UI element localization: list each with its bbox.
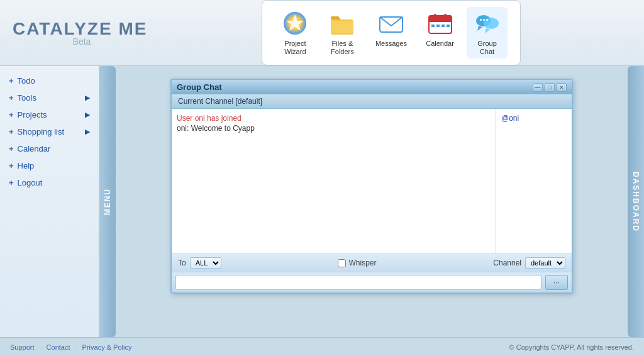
sidebar-item-tools-label: Tools <box>18 93 36 103</box>
nav-project-wizard-label: ProjectWizard <box>284 40 306 56</box>
footer-contact-link[interactable]: Contact <box>47 343 70 351</box>
chat-message-text: oni: Welcome to Cyapp <box>177 124 491 133</box>
calendar-plus-icon: + <box>9 144 14 153</box>
projects-arrow-icon: ▶ <box>85 111 90 119</box>
footer-links: Support · Contact · Privacy & Policy <box>10 343 131 351</box>
header: CATALYZE ME Beta ProjectWiz <box>0 0 644 66</box>
svg-rect-22 <box>486 19 488 21</box>
sidebar-item-tools[interactable]: + Tools ▶ <box>0 89 99 106</box>
svg-rect-15 <box>447 25 450 27</box>
footer-support-link[interactable]: Support <box>10 343 35 351</box>
sidebar-item-todo[interactable]: + Todo <box>0 72 99 89</box>
chat-to-select[interactable]: ALL <box>190 257 221 269</box>
nav-group-chat-label: GroupChat <box>477 40 497 56</box>
sidebar-item-projects[interactable]: + Projects ▶ <box>0 106 99 123</box>
chat-close-btn[interactable]: × <box>557 83 567 92</box>
dashboard-tab-label: DASHBOARD <box>631 172 640 232</box>
svg-rect-14 <box>441 25 445 27</box>
svg-point-18 <box>484 18 499 29</box>
chat-to-label: To <box>178 259 186 267</box>
nav-icons: ProjectWizard Files &Folders <box>262 0 521 65</box>
sidebar-item-projects-label: Projects <box>18 110 47 120</box>
sidebar-item-calendar-label: Calendar <box>18 144 51 153</box>
main-area: + Todo + Tools ▶ + Projects ▶ + Shopping… <box>0 66 644 337</box>
chat-input-field[interactable] <box>175 275 541 290</box>
chat-input-bar: ··· <box>172 272 572 292</box>
nav-project-wizard[interactable]: ProjectWizard <box>275 7 316 58</box>
sidebar-item-shopping-list[interactable]: + Shopping list ▶ <box>0 123 99 140</box>
calendar-icon <box>426 9 454 37</box>
todo-plus-icon: + <box>9 76 14 86</box>
tools-plus-icon: + <box>9 93 14 103</box>
logout-plus-icon: + <box>9 178 14 187</box>
nav-files-folders-label: Files &Folders <box>331 40 354 56</box>
help-plus-icon: + <box>9 161 14 170</box>
menu-tab-label: MENU <box>103 188 112 215</box>
chat-whisper-checkbox[interactable] <box>338 259 346 267</box>
footer-copyright: © Copyrights CYAPP, All rights reserved. <box>509 343 634 351</box>
svg-rect-13 <box>436 25 440 27</box>
nav-files-folders[interactable]: Files &Folders <box>322 7 363 58</box>
chat-whisper-area: Whisper <box>338 259 376 267</box>
chat-window-title: Group Chat <box>177 82 222 92</box>
chat-body: User oni has joined oni: Welcome to Cyap… <box>172 109 572 253</box>
nav-group-chat[interactable]: GroupChat <box>467 7 508 58</box>
chat-titlebar: Group Chat — □ × <box>172 80 572 94</box>
right-dashboard-tab[interactable]: DASHBOARD <box>628 66 644 337</box>
sidebar-item-shopping-label: Shopping list <box>18 127 64 136</box>
project-wizard-icon <box>281 9 309 37</box>
svg-rect-21 <box>483 19 485 21</box>
chat-options-bar: To ALL Whisper Channel default <box>172 254 572 272</box>
chat-whisper-label: Whisper <box>348 259 376 267</box>
svg-rect-12 <box>431 25 435 27</box>
footer: Support · Contact · Privacy & Policy © C… <box>0 337 644 356</box>
chat-channel-select[interactable]: default <box>525 257 565 269</box>
nav-calendar[interactable]: Calendar <box>419 7 460 58</box>
chat-window: Group Chat — □ × Current Channel [defaul… <box>170 79 573 294</box>
svg-rect-11 <box>444 14 447 19</box>
sidebar-item-logout-label: Logout <box>18 178 43 187</box>
chat-controls: — □ × <box>533 83 567 92</box>
chat-bottom: To ALL Whisper Channel default <box>172 253 572 292</box>
footer-privacy-link[interactable]: Privacy & Policy <box>82 343 132 351</box>
chat-maximize-btn[interactable]: □ <box>545 83 555 92</box>
left-sidebar: + Todo + Tools ▶ + Projects ▶ + Shopping… <box>0 66 99 337</box>
chat-channel-label: Channel <box>493 259 521 267</box>
sidebar-item-calendar[interactable]: + Calendar <box>0 140 99 157</box>
group-chat-icon <box>474 9 501 37</box>
sidebar-item-help-label: Help <box>18 161 35 170</box>
messages-icon <box>377 9 405 37</box>
svg-rect-9 <box>429 19 452 22</box>
files-folders-icon <box>328 9 356 37</box>
logo-area: CATALYZE ME Beta <box>13 19 151 47</box>
shopping-arrow-icon: ▶ <box>85 128 90 136</box>
center-content: Group Chat — □ × Current Channel [defaul… <box>116 66 628 337</box>
chat-channel-area: Channel default <box>493 257 565 269</box>
chat-messages: User oni has joined oni: Welcome to Cyap… <box>172 109 496 253</box>
svg-marker-17 <box>477 26 482 31</box>
chat-minimize-btn[interactable]: — <box>533 83 543 92</box>
current-channel-label: Current Channel [default] <box>178 97 262 106</box>
chat-user-oni: @oni <box>501 114 567 123</box>
projects-plus-icon: + <box>9 110 14 120</box>
nav-messages-label: Messages <box>375 40 407 48</box>
svg-marker-19 <box>485 28 490 33</box>
sidebar-item-todo-label: Todo <box>18 76 35 86</box>
nav-calendar-label: Calendar <box>426 40 454 48</box>
chat-to-area: To ALL <box>178 257 221 269</box>
tools-arrow-icon: ▶ <box>85 94 90 102</box>
chat-users-panel: @oni <box>496 109 572 253</box>
shopping-plus-icon: + <box>9 127 14 136</box>
nav-messages[interactable]: Messages <box>369 7 413 58</box>
chat-channel-bar: Current Channel [default] <box>172 94 572 109</box>
sidebar-item-logout[interactable]: + Logout <box>0 174 99 191</box>
svg-rect-3 <box>331 21 353 33</box>
chat-send-button[interactable]: ··· <box>545 275 568 290</box>
chat-message-join: User oni has joined <box>177 114 491 123</box>
left-menu-tab[interactable]: MENU <box>99 66 116 337</box>
svg-rect-20 <box>480 19 482 21</box>
sidebar-item-help[interactable]: + Help <box>0 157 99 174</box>
svg-rect-10 <box>434 14 436 19</box>
